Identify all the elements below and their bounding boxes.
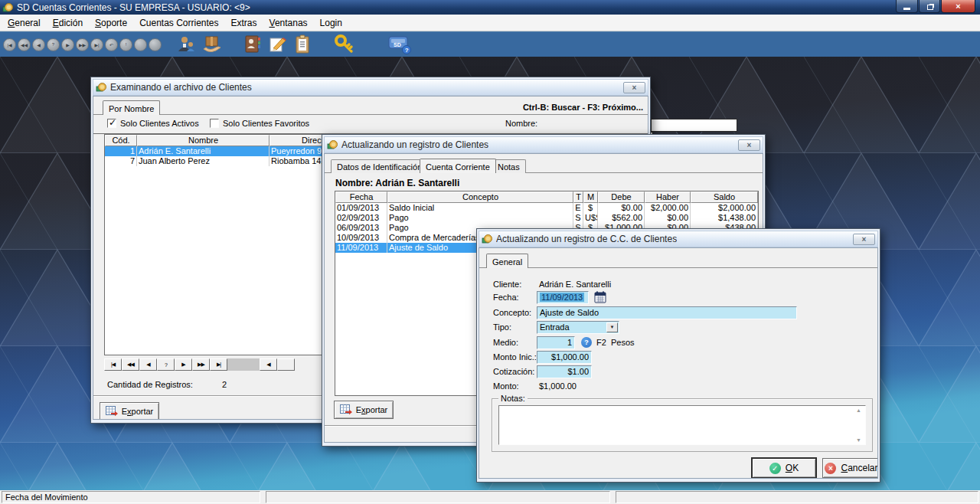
close-icon: × [747,141,752,149]
key-icon[interactable] [333,34,356,54]
cliente-label: Cliente: [493,280,521,289]
window-body: General Cliente: Adrián E. Santarelli Fe… [479,247,878,479]
app-coin-icon [2,2,13,13]
ok-check-icon: ✓ [769,463,781,474]
toolbar-round-button[interactable]: ↶ [105,38,118,51]
solo-favoritos-checkbox[interactable]: Solo Clientes Favoritos [210,119,309,128]
menu-item[interactable]: Ventanas [263,16,314,30]
nav-button[interactable]: ◀ [139,358,157,371]
nav-button[interactable]: ▶▶ [192,358,210,371]
toolbar-round-button[interactable]: ▶| [90,38,103,51]
toolbar-round-button[interactable]: |◀ [3,38,16,51]
monto-inic-label: Monto Inic.: [493,352,537,362]
tab-notas[interactable]: Notas [492,159,526,173]
restore-button[interactable] [919,0,940,13]
nav-button[interactable]: ▶| [210,358,227,371]
chevron-down-icon[interactable]: ▼ [606,322,618,332]
concepto-value: Ajuste de Saldo [540,308,599,317]
nav-button[interactable]: ◀ [260,358,277,371]
contacts-icon[interactable] [243,34,263,54]
exportar-label: Exportar [122,407,154,416]
toolbar-round-button[interactable]: ◀◀ [18,38,31,51]
restore-icon [927,5,933,10]
medio-label: Medio: [493,338,518,347]
nav-button[interactable]: ◀◀ [122,358,139,371]
fecha-input[interactable]: 11/09/2013 [537,291,589,304]
close-button[interactable]: × [738,139,760,151]
table-row[interactable]: 01/09/2013 Saldo Inicial E $ $0.00 $2,00… [335,203,758,213]
tipo-label: Tipo: [493,322,511,332]
exportar-button[interactable]: Exportar [334,401,394,419]
menu-item[interactable]: Extras [225,16,263,30]
cancel-button[interactable]: × Cancelar [822,458,878,478]
ok-button[interactable]: ✓ OK [752,458,816,478]
help-icon[interactable]: ? [581,337,592,348]
toolbar-round-button[interactable] [134,38,147,51]
nav-button[interactable]: ▶ [175,358,192,371]
minimize-icon [903,8,910,10]
tab-por-nombre[interactable]: Por Nombre [103,100,160,115]
window-title: Examinando el archivo de Clientes [110,82,252,93]
close-icon: × [956,2,960,11]
medio-input[interactable]: 1 [537,336,575,349]
cliente-value: Adrián E. Santarelli [539,280,611,289]
sd-help-icon[interactable]: SD ? [387,34,413,54]
menu-item[interactable]: Edición [47,16,89,30]
calendar-icon[interactable] [594,291,606,305]
users-icon[interactable] [175,34,197,54]
nav-button[interactable]: ? [157,358,175,371]
tipo-select[interactable]: Entrada ▼ [537,321,619,334]
exportar-button[interactable]: Exportar [100,402,159,420]
toolbar-round-button[interactable]: ! [119,38,132,51]
concepto-input[interactable]: Ajuste de Saldo [537,306,797,319]
menu-item[interactable]: General [2,16,47,30]
scrollbar[interactable]: ▲▼ [854,407,864,443]
toolbar-round-button[interactable]: ? [47,38,60,51]
package-icon[interactable] [201,34,223,54]
nav-extra-buttons: ◀ [260,358,295,371]
monto-value: $1,000.00 [539,381,577,391]
close-button[interactable]: × [623,82,645,93]
toolbar-round-buttons: |◀◀◀◀?▶▶▶▶|↶! [3,38,163,51]
solo-activos-checkbox[interactable]: Solo Clientes Activos [107,119,199,128]
export-table-icon [340,404,352,415]
window-titlebar[interactable]: Examinando el archivo de Clientes × [93,79,648,96]
toolbar-round-button[interactable]: ◀ [32,38,45,51]
window-titlebar[interactable]: Actualizando un registro de Clientes × [324,136,763,153]
menu-item[interactable]: Login [314,16,348,30]
svg-text:?: ? [405,47,409,54]
menu-item[interactable]: Cuentas Corrientes [133,16,224,30]
window-titlebar[interactable]: Actualizando un registro de C.C. de Clie… [479,231,878,247]
cotizacion-input[interactable]: $1.00 [537,365,592,378]
coin-icon [96,82,106,93]
edit-icon[interactable] [268,34,288,54]
menu-bar: GeneralEdiciónSoporteCuentas CorrientesE… [0,15,980,31]
tab-datos-identificacion[interactable]: Datos de Identificación [331,159,428,173]
window-actualizando-cc: Actualizando un registro de C.C. de Clie… [476,228,880,483]
svg-text:SD: SD [394,42,401,47]
toolbar-round-button[interactable]: ▶ [61,38,74,51]
toolbar-round-button[interactable]: ▶▶ [76,38,89,51]
toolbar-round-button[interactable] [149,38,162,51]
app-titlebar[interactable]: SD Cuentas Corrientes - SU EMPRESA - USU… [0,0,980,15]
clipboard-icon[interactable] [293,34,312,54]
background-window-fragment [651,119,737,132]
nav-button[interactable]: |◀ [104,358,122,371]
nombre-filter-label: Nombre: [505,119,537,128]
cotizacion-value: $1.00 [567,367,589,376]
nav-scroll-track[interactable] [227,358,260,371]
close-button[interactable]: × [853,234,875,245]
tab-cuenta-corriente[interactable]: Cuenta Corriente [420,159,496,173]
nav-button[interactable] [277,358,295,371]
window-title: Actualizando un registro de C.C. de Clie… [496,234,677,244]
monto-label: Monto: [493,381,519,391]
tab-general[interactable]: General [486,254,528,268]
notas-textarea[interactable]: ▲▼ [498,405,866,445]
minimize-button[interactable] [896,0,918,13]
close-button[interactable]: × [941,0,975,13]
table-row[interactable]: 02/09/2013 Pago S U$S $562.00 $0.00 $1,4… [335,213,758,223]
db-navigator: |◀◀◀◀?▶▶▶▶| ◀ [104,358,295,371]
menu-item[interactable]: Soporte [89,16,133,30]
monto-inic-input[interactable]: $1,000.00 [537,351,592,364]
ok-label: OK [786,463,799,473]
